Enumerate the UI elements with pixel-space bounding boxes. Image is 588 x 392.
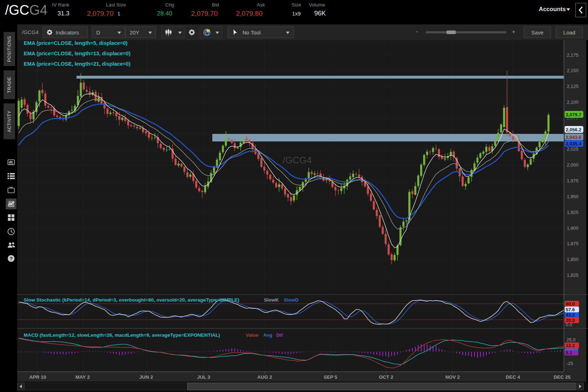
svg-text:1,825: 1,825	[567, 272, 579, 278]
svg-text:25.0: 25.0	[566, 337, 575, 342]
svg-text:0.0: 0.0	[566, 322, 572, 327]
svg-text:12.2: 12.2	[566, 343, 575, 348]
svg-text:Avg: Avg	[263, 332, 272, 338]
svg-text:DEC 4: DEC 4	[506, 374, 520, 380]
svg-text:1,975: 1,975	[567, 178, 579, 183]
svg-text:NOV 2: NOV 2	[445, 374, 460, 380]
svg-text:1,925: 1,925	[567, 210, 579, 215]
svg-text:2,175: 2,175	[567, 52, 579, 58]
svg-text:2,043.6: 2,043.6	[566, 135, 581, 140]
svg-text:APR 10: APR 10	[29, 374, 46, 380]
svg-text:JUN 2: JUN 2	[139, 374, 153, 380]
svg-text:OCT 2: OCT 2	[379, 374, 393, 380]
svg-text:1,850: 1,850	[567, 257, 579, 262]
svg-text:2,056.2: 2,056.2	[566, 127, 581, 132]
svg-text:2,025: 2,025	[567, 146, 579, 152]
svg-text:EMA (price=CLOSE, length=5, di: EMA (price=CLOSE, length=5, displace=0)	[24, 40, 128, 46]
svg-text:Dif: Dif	[276, 332, 283, 338]
svg-text:1,900: 1,900	[567, 225, 579, 231]
svg-text:80.0: 80.0	[566, 301, 575, 307]
svg-text:?: ?	[10, 256, 13, 261]
svg-text:57.6: 57.6	[566, 307, 575, 312]
svg-text:MAY 2: MAY 2	[75, 374, 90, 380]
svg-text:EMA (price=CLOSE, length=13, d: EMA (price=CLOSE, length=13, displace=0)	[24, 51, 130, 56]
svg-text:/GCG4: /GCG4	[283, 155, 312, 165]
svg-text:1,875: 1,875	[567, 241, 579, 246]
svg-text:2,150: 2,150	[567, 68, 579, 73]
svg-text:SlowK: SlowK	[264, 297, 279, 303]
svg-text:SlowD: SlowD	[284, 297, 299, 303]
svg-text:2,000: 2,000	[567, 162, 579, 168]
svg-text:DEC 25: DEC 25	[554, 374, 571, 380]
svg-text:2,100: 2,100	[567, 99, 579, 105]
svg-text:Value: Value	[246, 332, 259, 338]
svg-text:5.1: 5.1	[566, 350, 572, 355]
svg-text:1,950: 1,950	[567, 194, 579, 199]
svg-text:SEP 5: SEP 5	[324, 374, 338, 380]
svg-text:EMA (price=CLOSE, length=21, d: EMA (price=CLOSE, length=21, displace=0)	[24, 61, 130, 67]
svg-text:JUL 3: JUL 3	[197, 374, 210, 380]
svg-text:AUG 2: AUG 2	[257, 374, 272, 380]
svg-text:MACD (fastLength=12, slowLengt: MACD (fastLength=12, slowLength=26, macd…	[24, 332, 220, 338]
svg-text:2,035.4: 2,035.4	[566, 141, 582, 146]
svg-text:2,125: 2,125	[567, 84, 579, 89]
svg-text:2,079.7: 2,079.7	[566, 112, 581, 117]
svg-text:43.2: 43.2	[566, 312, 575, 318]
svg-text:-25: -25	[566, 361, 573, 366]
svg-text:Slow Stochastic (kPeriod=14, d: Slow Stochastic (kPeriod=14, dPeriod=3, …	[24, 297, 239, 303]
